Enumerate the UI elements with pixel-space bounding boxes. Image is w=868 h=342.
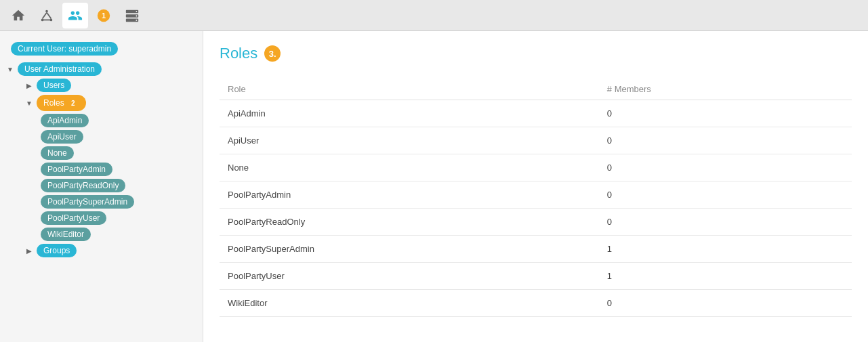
role-item-poolpartyuser[interactable]: PoolPartyUser bbox=[41, 211, 106, 225]
page-title: Roles bbox=[220, 45, 257, 62]
table-row[interactable]: None 0 bbox=[220, 154, 852, 181]
svg-text:1: 1 bbox=[102, 11, 106, 19]
top-nav: 1 bbox=[0, 0, 868, 31]
current-user-pill[interactable]: Current User: superadmin bbox=[11, 42, 118, 56]
role-item-poolpartyadmin[interactable]: PoolPartyAdmin bbox=[41, 163, 112, 176]
list-item: PoolPartyAdmin bbox=[38, 161, 203, 177]
list-item: None bbox=[38, 145, 203, 161]
column-header-members: # Members bbox=[599, 79, 852, 100]
cell-members: 0 bbox=[599, 127, 852, 154]
network-button[interactable] bbox=[34, 3, 60, 28]
svg-point-12 bbox=[136, 15, 138, 16]
column-header-role: Role bbox=[220, 79, 599, 100]
role-item-wikieditor[interactable]: WikiEditor bbox=[41, 228, 91, 241]
list-item: ApiUser bbox=[38, 129, 203, 145]
page-header: Roles 3. bbox=[220, 45, 852, 62]
user-admin-pill[interactable]: User Administration bbox=[18, 62, 102, 76]
role-item-poolpartyreadonly[interactable]: PoolPartyReadOnly bbox=[41, 179, 125, 192]
role-item-none[interactable]: None bbox=[41, 146, 74, 160]
sidebar: Current User: superadmin ▼ User Administ… bbox=[0, 31, 203, 342]
cell-role: PoolPartyUser bbox=[220, 263, 599, 290]
role-item-poolpartysuperadmin[interactable]: PoolPartySuperAdmin bbox=[41, 195, 134, 209]
roles-pill[interactable]: Roles 2 bbox=[37, 95, 86, 111]
table-row[interactable]: PoolPartyUser 1 bbox=[220, 263, 852, 290]
users-pill[interactable]: Users bbox=[37, 79, 71, 92]
roles-row: ▼ Roles 2 bbox=[19, 93, 203, 112]
cell-role: ApiUser bbox=[220, 127, 599, 154]
table-row[interactable]: WikiEditor 0 bbox=[220, 290, 852, 317]
table-row[interactable]: PoolPartyReadOnly 0 bbox=[220, 209, 852, 236]
table-body: ApiAdmin 0 ApiUser 0 None 0 PoolPartyAdm… bbox=[220, 100, 852, 317]
svg-point-13 bbox=[136, 19, 138, 20]
svg-point-0 bbox=[45, 9, 48, 12]
list-item: ApiAdmin bbox=[38, 112, 203, 129]
cell-role: PoolPartySuperAdmin bbox=[220, 236, 599, 263]
user-admin-section-row: ▼ User Administration bbox=[0, 61, 203, 77]
list-item: PoolPartySuperAdmin bbox=[38, 194, 203, 210]
role-item-apiuser[interactable]: ApiUser bbox=[41, 130, 83, 144]
svg-line-4 bbox=[47, 12, 51, 18]
groups-row: ▶ Groups bbox=[19, 242, 203, 259]
cell-role: PoolPartyAdmin bbox=[220, 181, 599, 209]
role-item-apiadmin[interactable]: ApiAdmin bbox=[41, 114, 89, 127]
users-row: ▶ Users bbox=[19, 77, 203, 93]
table-row[interactable]: PoolPartySuperAdmin 1 bbox=[220, 236, 852, 263]
svg-point-11 bbox=[136, 11, 138, 12]
page-header-badge: 3. bbox=[264, 45, 281, 62]
cell-role: None bbox=[220, 154, 599, 181]
table-header: Role # Members bbox=[220, 79, 852, 100]
cell-role: WikiEditor bbox=[220, 290, 599, 317]
cell-members: 1 bbox=[599, 263, 852, 290]
list-item: PoolPartyUser bbox=[38, 210, 203, 226]
user-admin-toggle[interactable]: ▼ bbox=[5, 64, 15, 74]
home-button[interactable] bbox=[5, 3, 31, 28]
user-admin-nav-button[interactable] bbox=[62, 3, 88, 28]
roles-toggle[interactable]: ▼ bbox=[24, 98, 34, 108]
table-row[interactable]: ApiAdmin 0 bbox=[220, 100, 852, 127]
groups-pill[interactable]: Groups bbox=[37, 244, 77, 257]
table-row[interactable]: ApiUser 0 bbox=[220, 127, 852, 154]
badge-nav-button[interactable]: 1 bbox=[91, 3, 117, 28]
svg-line-3 bbox=[43, 12, 47, 18]
cell-role: PoolPartyReadOnly bbox=[220, 209, 599, 236]
cell-members: 0 bbox=[599, 181, 852, 209]
cell-members: 1 bbox=[599, 236, 852, 263]
cell-role: ApiAdmin bbox=[220, 100, 599, 127]
cell-members: 0 bbox=[599, 209, 852, 236]
groups-toggle[interactable]: ▶ bbox=[24, 246, 34, 255]
role-items-list: ApiAdmin ApiUser None PoolPartyAdmin Poo… bbox=[19, 112, 203, 242]
users-toggle[interactable]: ▶ bbox=[24, 81, 34, 90]
main-layout: Current User: superadmin ▼ User Administ… bbox=[0, 31, 868, 342]
cell-members: 0 bbox=[599, 290, 852, 317]
content-area: Roles 3. Role # Members ApiAdmin 0 ApiUs… bbox=[203, 31, 868, 342]
list-item: PoolPartyReadOnly bbox=[38, 177, 203, 194]
roles-badge: 2 bbox=[67, 97, 79, 109]
sidebar-children-user-admin: ▶ Users ▼ Roles 2 ApiAdmin ApiUser bbox=[0, 77, 203, 259]
cell-members: 0 bbox=[599, 100, 852, 127]
cell-members: 0 bbox=[599, 154, 852, 181]
roles-table: Role # Members ApiAdmin 0 ApiUser 0 None… bbox=[220, 79, 852, 317]
server-button[interactable] bbox=[119, 3, 145, 28]
table-row[interactable]: PoolPartyAdmin 0 bbox=[220, 181, 852, 209]
list-item: WikiEditor bbox=[38, 226, 203, 242]
